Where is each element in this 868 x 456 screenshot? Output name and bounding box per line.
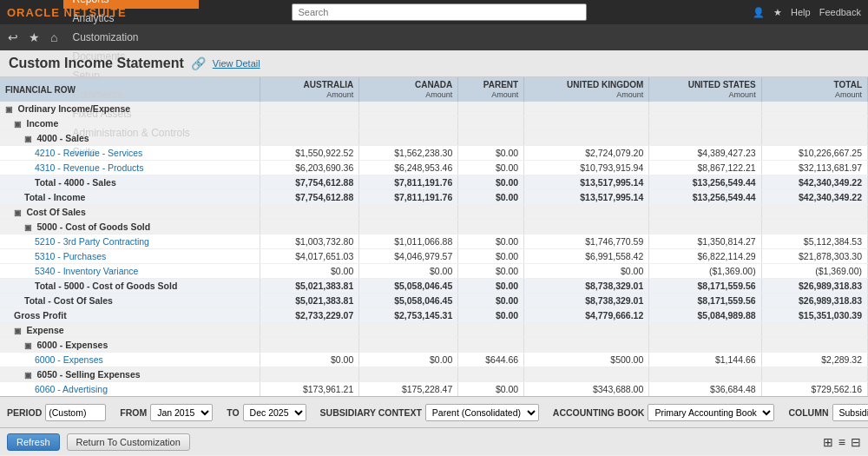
row-label-3[interactable]: 4210 - Revenue - Services	[0, 146, 260, 161]
cell-r1-c2	[458, 116, 524, 131]
expand-icon[interactable]: ▣	[14, 120, 24, 129]
cell-r14-c0: $2,733,229.07	[260, 308, 359, 323]
expand-icon[interactable]: ▣	[24, 135, 35, 143]
cell-r18-c4	[649, 367, 761, 382]
cell-r13-c3: $8,738,329.01	[524, 294, 649, 308]
row-label-19[interactable]: 6060 - Advertising	[0, 382, 260, 397]
home-icon[interactable]: ⌂	[46, 29, 62, 46]
row-label-10[interactable]: 5310 - Purchases	[0, 249, 260, 264]
table-row: 5340 - Inventory Variance$0.00$0.00$0.00…	[0, 264, 868, 279]
cell-r17-c0: $0.00	[260, 353, 359, 367]
cell-r8-c5	[761, 220, 867, 235]
expand-icon[interactable]: ▣	[24, 341, 35, 350]
search-bar[interactable]	[292, 3, 587, 21]
cell-r16-c3	[524, 338, 649, 353]
cell-r9-c0: $1,003,732.80	[260, 235, 359, 249]
table-row: ▣ 6050 - Selling Expenses	[0, 367, 868, 382]
to-select[interactable]: Dec 2025	[243, 404, 306, 421]
cell-r10-c2: $0.00	[458, 249, 524, 264]
cell-r0-c1	[359, 102, 458, 116]
cell-r0-c0	[260, 102, 359, 116]
help-link[interactable]: Help	[791, 7, 811, 17]
table-row: Total - Income$7,754,612.88$7,811,191.76…	[0, 190, 868, 205]
cell-r5-c4: $13,256,549.44	[649, 175, 761, 190]
back-icon[interactable]: ↩	[3, 29, 23, 46]
row-label-5: Total - 4000 - Sales	[0, 175, 260, 190]
cell-r10-c3: $6,991,558.42	[524, 249, 649, 264]
period-input[interactable]	[45, 404, 106, 421]
nav-item-customization[interactable]: Customization	[63, 28, 198, 47]
person-icon[interactable]: 👤	[753, 7, 765, 18]
cell-r12-c5: $26,989,318.83	[761, 279, 867, 294]
cell-r8-c3	[524, 220, 649, 235]
cell-r8-c1	[359, 220, 458, 235]
row-label-17[interactable]: 6000 - Expenses	[0, 353, 260, 367]
nav-item-reports[interactable]: Reports	[63, 0, 198, 9]
table-row: ▣ Cost Of Sales	[0, 205, 868, 220]
accounting-book-field: ACCOUNTING BOOK Primary Accounting Book	[553, 404, 775, 421]
cell-r4-c1: $6,248,953.46	[359, 161, 458, 175]
cell-r17-c1: $0.00	[359, 353, 458, 367]
expand-icon[interactable]: ▣	[24, 223, 35, 232]
expand-icon[interactable]: ▣	[14, 208, 24, 217]
cell-r10-c5: $21,878,303.30	[761, 249, 867, 264]
view-detail-link[interactable]: View Detail	[213, 58, 260, 69]
grid-icon[interactable]: ⊞	[823, 435, 833, 449]
to-field: TO Dec 2025	[227, 404, 306, 421]
cell-r3-c4: $4,389,427.23	[649, 146, 761, 161]
expand-icon[interactable]: ▣	[14, 327, 24, 335]
row-label-11[interactable]: 5340 - Inventory Variance	[0, 264, 260, 279]
cell-r11-c5: ($1,369.00)	[761, 264, 867, 279]
nav-item-commerce[interactable]: Commerce	[63, 85, 198, 104]
col-header-1: AUSTRALIAAmount	[260, 77, 359, 102]
cell-r1-c4	[649, 116, 761, 131]
cell-r10-c1: $4,046,979.57	[359, 249, 458, 264]
cell-r6-c4: $13,256,549.44	[649, 190, 761, 205]
cell-r2-c1	[359, 131, 458, 146]
cell-r18-c2	[458, 367, 524, 382]
cell-r5-c2: $0.00	[458, 175, 524, 190]
row-label-8: ▣ 5000 - Cost of Goods Sold	[0, 220, 260, 235]
star-nav-icon[interactable]: ★	[24, 29, 44, 46]
cell-r12-c3: $8,738,329.01	[524, 279, 649, 294]
row-label-9[interactable]: 5210 - 3rd Party Contracting	[0, 235, 260, 249]
nav-item-analytics[interactable]: Analytics	[63, 9, 198, 28]
cell-r7-c5	[761, 205, 867, 220]
view-detail-icon: 🔗	[191, 56, 206, 70]
col-header-3: PARENTAmount	[458, 77, 524, 102]
col-header-6: TOTALAmount	[761, 77, 867, 102]
cell-r12-c1: $5,058,046.45	[359, 279, 458, 294]
cell-r17-c3: $500.00	[524, 353, 649, 367]
expand-icon[interactable]: ▣	[5, 105, 16, 114]
cell-r14-c4: $5,084,989.88	[649, 308, 761, 323]
cell-r11-c1: $0.00	[359, 264, 458, 279]
accounting-book-select[interactable]: Primary Accounting Book	[648, 404, 774, 421]
column-select[interactable]: Subsidiary	[832, 404, 868, 421]
cell-r16-c0	[260, 338, 359, 353]
refresh-button[interactable]: Refresh	[7, 433, 60, 451]
action-bar: Refresh Return To Customization ⊞ ≡ ⊟	[0, 427, 868, 455]
cell-r15-c3	[524, 323, 649, 338]
from-select[interactable]: Jan 2015	[150, 404, 213, 421]
columns-icon[interactable]: ⊟	[851, 435, 861, 449]
subsidiary-select[interactable]: Parent (Consolidated)	[425, 404, 539, 421]
cell-r6-c0: $7,754,612.88	[260, 190, 359, 205]
cell-r9-c4: $1,350,814.27	[649, 235, 761, 249]
cell-r0-c5	[761, 102, 867, 116]
star-icon[interactable]: ★	[773, 7, 782, 18]
expand-icon[interactable]: ▣	[24, 371, 35, 380]
table-row: 4310 - Revenue - Products$6,203,690.36$6…	[0, 161, 868, 175]
search-input[interactable]	[292, 3, 587, 21]
cell-r11-c4: ($1,369.00)	[649, 264, 761, 279]
cell-r15-c2	[458, 323, 524, 338]
from-label: FROM	[120, 407, 147, 418]
list-icon[interactable]: ≡	[838, 435, 845, 449]
cell-r0-c4	[649, 102, 761, 116]
row-label-4[interactable]: 4310 - Revenue - Products	[0, 161, 260, 175]
cell-r0-c2	[458, 102, 524, 116]
return-button[interactable]: Return To Customization	[67, 433, 190, 451]
cell-r14-c2: $0.00	[458, 308, 524, 323]
feedback-link[interactable]: Feedback	[819, 7, 861, 17]
cell-r1-c1	[359, 116, 458, 131]
cell-r5-c0: $7,754,612.88	[260, 175, 359, 190]
